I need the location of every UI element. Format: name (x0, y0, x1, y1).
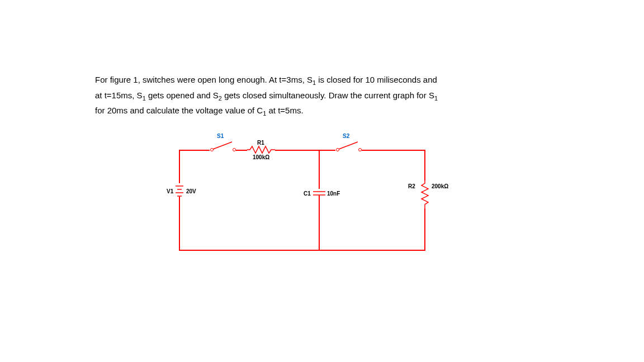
wire-left-bottom (179, 197, 180, 250)
svg-point-3 (337, 149, 339, 151)
wire-left-top (179, 150, 180, 183)
wire-r1-mid (275, 150, 319, 151)
text-line1a: For figure 1, switches were open long en… (95, 75, 312, 84)
resistor-r2 (420, 180, 430, 208)
text-line2c: gets closed simultaneously. Draw the cur… (222, 90, 434, 100)
wire-mid-s2 (319, 150, 335, 151)
wire-top-left (179, 150, 210, 151)
label-c1-name: C1 (304, 190, 311, 197)
circuit-diagram: S1 R1 100kΩ S2 V1 20V C1 10nF (168, 133, 447, 267)
svg-line-2 (213, 142, 232, 149)
text-line2b: gets opened and S (146, 90, 219, 100)
resistor-r1 (247, 145, 275, 154)
svg-point-0 (211, 149, 214, 151)
wire-s2-right (362, 150, 425, 151)
text-line3b: at t=5ms. (266, 106, 303, 115)
sub-s1-3: 1 (434, 95, 438, 102)
wire-mid-bottom (319, 196, 320, 250)
svg-point-1 (233, 149, 236, 151)
problem-statement: For figure 1, switches were open long en… (95, 73, 549, 119)
label-v1-value: 20V (186, 188, 196, 194)
wire-right-top (424, 150, 425, 180)
label-s1: S1 (217, 133, 224, 139)
wire-mid-top (319, 150, 320, 189)
label-r1-name: R1 (257, 140, 264, 146)
switch-s2 (335, 140, 363, 152)
svg-point-4 (359, 149, 362, 151)
wire-s1-r1 (236, 150, 247, 151)
svg-line-5 (339, 142, 358, 149)
switch-s1 (210, 140, 238, 152)
text-line1b: is closed for 10 miliseconds and (316, 75, 437, 84)
wire-right-bottom (424, 208, 425, 250)
label-s2: S2 (343, 133, 349, 139)
label-r1-value: 100kΩ (253, 154, 269, 160)
label-r2-value: 200kΩ (432, 183, 448, 189)
wire-bottom (179, 250, 425, 251)
label-c1-value: 10nF (327, 190, 340, 197)
label-r2-name: R2 (408, 183, 415, 189)
label-v1-name: V1 (167, 188, 173, 194)
text-line3a: for 20ms and calculate the voltage value… (95, 106, 263, 115)
text-line2a: at t=15ms, S (95, 90, 143, 100)
